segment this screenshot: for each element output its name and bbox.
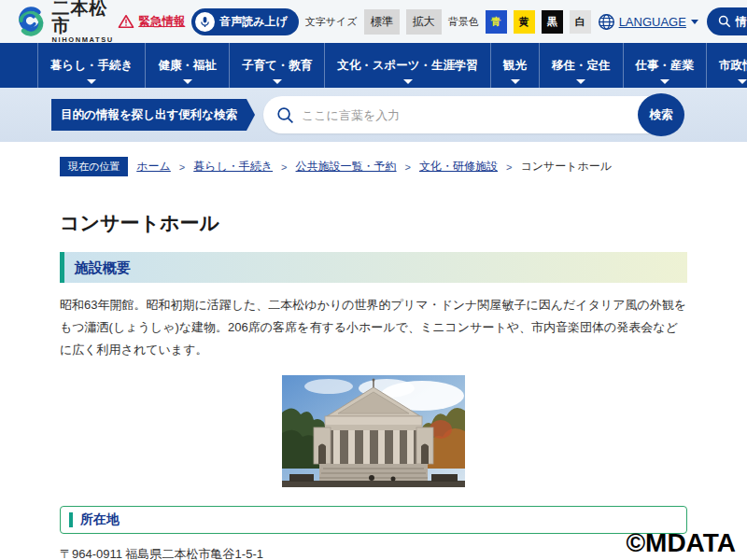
nav-item-kurashi[interactable]: 暮らし・手続き (37, 43, 145, 88)
bg-color-white-button[interactable]: 白 (570, 10, 591, 34)
city-logo-swirl-icon (15, 4, 47, 39)
voice-reading-button[interactable]: 音声読み上げ (191, 8, 299, 35)
search-lead-label: 目的の情報を探し出す便利な検索 (51, 99, 247, 131)
globe-icon (598, 13, 615, 31)
nav-item-label: 暮らし・手続き (50, 58, 133, 74)
emergency-info-link[interactable]: 緊急情報 (118, 14, 185, 30)
text-size-enlarge-button[interactable]: 拡大 (406, 9, 442, 35)
site-logo[interactable]: 二本松市 NIHONMATSU (15, 0, 118, 44)
emergency-info-label: 緊急情報 (138, 14, 185, 30)
concert-hall-photo (282, 375, 465, 487)
breadcrumb-separator: > (179, 161, 185, 173)
language-selector[interactable]: LANGUAGE (598, 13, 698, 31)
nav-item-label: 健康・福祉 (158, 58, 217, 74)
nav-item-bunka-sports[interactable]: 文化・スポーツ・生涯学習 (324, 43, 490, 88)
nav-item-shigoto[interactable]: 仕事・産業 (623, 43, 707, 88)
nav-item-label: 観光 (503, 58, 527, 74)
current-location-badge: 現在の位置 (60, 157, 128, 176)
search-input[interactable] (302, 108, 632, 122)
warning-triangle-icon (118, 14, 134, 29)
accent-bar (69, 512, 73, 527)
breadcrumb-link-bunka-kenshu[interactable]: 文化・研修施設 (419, 159, 498, 175)
search-band: 目的の情報を探し出す便利な検索 検索 (0, 88, 747, 142)
nav-item-label: 子育て・教育 (242, 58, 312, 74)
breadcrumb-current: コンサートホール (520, 159, 612, 175)
nav-item-iju[interactable]: 移住・定住 (539, 43, 623, 88)
bg-color-blue-button[interactable]: 青 (486, 10, 507, 34)
nav-item-kosodate[interactable]: 子育て・教育 (229, 43, 324, 88)
location-address: 〒964-0911 福島県二本松市亀谷1-5-1 (60, 546, 687, 560)
breadcrumb: 現在の位置 ホーム > 暮らし・手続き > 公共施設一覧・予約 > 文化・研修施… (60, 157, 687, 176)
breadcrumb-separator: > (506, 161, 512, 173)
text-size-label: 文字サイズ (305, 15, 358, 29)
language-label: LANGUAGE (619, 15, 686, 29)
nav-item-kenko[interactable]: 健康・福祉 (145, 43, 229, 88)
search-submit-button[interactable]: 検索 (638, 93, 684, 136)
bg-color-yellow-button[interactable]: 黄 (514, 10, 535, 34)
bg-color-black-button[interactable]: 黒 (542, 10, 563, 34)
site-search-box: 検索 (263, 96, 684, 133)
breadcrumb-separator: > (405, 161, 411, 173)
microphone-icon (195, 12, 215, 32)
site-title: 二本松市 (52, 0, 119, 35)
search-icon (276, 106, 294, 124)
nav-item-label: 文化・スポーツ・生涯学習 (337, 58, 478, 74)
topbar-tools: 緊急情報 音声読み上げ 文字サイズ 標準 拡大 背景色 青 黄 黒 白 (118, 7, 747, 35)
main-content: 現在の位置 ホーム > 暮らし・手続き > 公共施設一覧・予約 > 文化・研修施… (0, 157, 747, 560)
photo-container (60, 375, 687, 491)
search-icon (718, 15, 731, 28)
page: 二本松市 NIHONMATSU 緊急情報 (0, 0, 747, 560)
voice-reading-label: 音声読み上げ (219, 14, 288, 30)
text-size-standard-button[interactable]: 標準 (364, 9, 400, 35)
location-heading: 所在地 (80, 511, 120, 528)
nav-item-label: 移住・定住 (552, 58, 611, 74)
bg-color-label: 背景色 (448, 15, 479, 29)
overview-body-text: 昭和63年開館。昭和初期に活躍した、二本松ゆかりの世界的プリマ・ドンナ関屋敏子に… (60, 294, 687, 361)
breadcrumb-link-kurashi[interactable]: 暮らし・手続き (193, 159, 273, 175)
overview-section-heading: 施設概要 (60, 252, 687, 283)
chevron-down-icon (691, 20, 698, 24)
breadcrumb-link-shisetsu[interactable]: 公共施設一覧・予約 (296, 159, 397, 175)
breadcrumb-link-home[interactable]: ホーム (136, 159, 171, 175)
page-title: コンサートホール (60, 210, 687, 236)
watermark: ©MDATA (626, 528, 736, 558)
site-header: 二本松市 NIHONMATSU 緊急情報 (0, 0, 747, 43)
global-nav: 暮らし・手続き 健康・福祉 子育て・教育 文化・スポーツ・生涯学習 観光 移住・… (0, 43, 747, 88)
nav-item-kanko[interactable]: 観光 (490, 43, 539, 88)
nav-item-label: 市政情報 (719, 58, 747, 74)
breadcrumb-separator: > (281, 161, 287, 173)
find-info-button[interactable]: 情報を探す (707, 7, 747, 35)
location-box: 所在地 (60, 506, 687, 534)
nav-item-label: 仕事・産業 (636, 58, 695, 74)
nav-item-shisei[interactable]: 市政情報 (706, 43, 747, 88)
find-info-label: 情報を探す (736, 14, 747, 30)
